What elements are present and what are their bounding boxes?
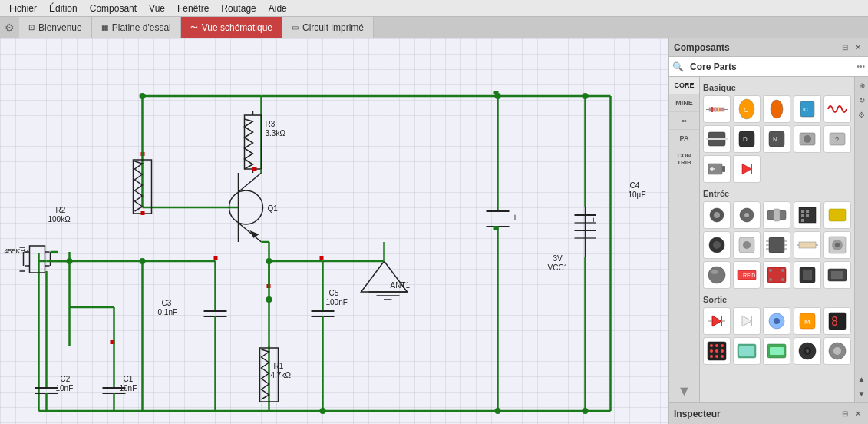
- menu-edition[interactable]: Édition: [43, 2, 84, 15]
- svg-text:4.7kΩ: 4.7kΩ: [271, 371, 292, 379]
- cat-tab-core[interactable]: CORE: [669, 77, 699, 94]
- comp-ic3[interactable]: [763, 231, 790, 259]
- comp-ic-d[interactable]: D: [733, 125, 761, 153]
- settings-btn[interactable]: ⚙: [856, 109, 866, 121]
- comp-resistor3[interactable]: [794, 231, 821, 259]
- comp-dot-matrix[interactable]: [703, 337, 731, 365]
- comp-speaker[interactable]: [794, 125, 821, 153]
- zoom-in-btn[interactable]: ⊕: [857, 80, 866, 91]
- comp-led-small[interactable]: [733, 155, 761, 183]
- comp-speaker3[interactable]: [823, 231, 851, 259]
- svg-text:C1: C1: [124, 375, 134, 383]
- comp-lcd3[interactable]: [733, 337, 761, 365]
- tab-circuit[interactable]: ▭ Circuit imprimé: [282, 17, 374, 38]
- rotate-btn[interactable]: ↻: [857, 94, 866, 106]
- svg-text:?: ?: [835, 136, 839, 144]
- comp-led-red[interactable]: [703, 307, 731, 335]
- comp-inductor[interactable]: [823, 95, 851, 123]
- section-sortie: Sortie: [703, 293, 851, 307]
- scroll-down-btn[interactable]: ▼: [856, 388, 867, 399]
- comp-unknown[interactable]: ?: [823, 125, 851, 153]
- inspector-detach-btn[interactable]: ⊟: [840, 409, 850, 419]
- comp-ic5[interactable]: [823, 261, 851, 289]
- svg-text:455KHz: 455KHz: [5, 247, 30, 255]
- schematic-area[interactable]: R3 3.3kΩ Q1: [0, 38, 668, 424]
- cat-tab-custom[interactable]: ∞: [669, 112, 699, 130]
- comp-battery[interactable]: [703, 155, 731, 183]
- comp-led-white[interactable]: [733, 307, 761, 335]
- comp-yellow-comp[interactable]: [823, 201, 851, 229]
- svg-point-206: [715, 344, 718, 347]
- svg-rect-53: [320, 256, 324, 260]
- svg-text:10µF: 10µF: [629, 190, 646, 199]
- svg-point-163: [713, 241, 721, 249]
- right-panel: Composants ⊟ ✕ 🔍 Core Parts ••• CORE MIN…: [668, 38, 868, 424]
- comp-capacitor-yellow[interactable]: C: [733, 95, 761, 123]
- inspector-controls: ⊟ ✕: [840, 409, 863, 419]
- tab-bienvenue[interactable]: ⊡ Bienvenue: [19, 17, 92, 38]
- svg-point-178: [835, 243, 840, 247]
- svg-rect-144: [722, 166, 725, 172]
- svg-text:RFID: RFID: [743, 273, 755, 278]
- svg-rect-160: [806, 214, 809, 217]
- comp-knob[interactable]: [823, 337, 851, 365]
- more-options-btn[interactable]: •••: [856, 62, 865, 71]
- svg-rect-24: [141, 211, 145, 215]
- comp-display-7seg[interactable]: 8: [823, 307, 851, 335]
- comp-capacitor-orange[interactable]: [763, 95, 790, 123]
- svg-text:VCC1: VCC1: [548, 263, 569, 272]
- menu-vue[interactable]: Vue: [143, 2, 171, 15]
- svg-rect-125: [711, 107, 713, 112]
- svg-point-56: [266, 258, 272, 264]
- comp-motor[interactable]: M: [794, 307, 821, 335]
- menu-fichier[interactable]: Fichier: [3, 2, 43, 15]
- svg-rect-157: [801, 214, 804, 217]
- panel-detach-btn[interactable]: ⊟: [840, 42, 850, 52]
- inspector-close-btn[interactable]: ✕: [853, 409, 863, 419]
- svg-point-220: [806, 349, 809, 353]
- comp-resistor[interactable]: [703, 95, 731, 123]
- svg-point-152: [744, 213, 749, 217]
- tab-platine[interactable]: ▦ Platine d'essai: [92, 17, 181, 38]
- comp-ic-n[interactable]: N: [763, 125, 790, 153]
- menu-composant[interactable]: Composant: [84, 2, 143, 15]
- comp-ic-blue[interactable]: IC: [794, 95, 821, 123]
- panel-close-btn[interactable]: ✕: [853, 42, 863, 52]
- svg-rect-191: [831, 271, 843, 279]
- comp-slider[interactable]: [763, 201, 790, 229]
- comp-mic2[interactable]: [703, 231, 731, 259]
- menu-bar: Fichier Édition Composant Vue Fenêtre Ro…: [0, 0, 868, 17]
- comp-servo[interactable]: [763, 307, 790, 335]
- svg-text:100kΩ: 100kΩ: [48, 215, 71, 224]
- section-basique: Basique: [703, 81, 851, 95]
- comp-pot[interactable]: [703, 201, 731, 229]
- sortie-grid: M 8: [703, 307, 851, 365]
- scroll-up-btn[interactable]: ▲: [856, 373, 867, 385]
- comp-ball[interactable]: [703, 261, 731, 289]
- comp-rotary[interactable]: [733, 201, 761, 229]
- cat-tab-mine[interactable]: MINE: [669, 94, 699, 112]
- comp-ic4[interactable]: [794, 261, 821, 289]
- svg-text:10nF: 10nF: [120, 384, 137, 393]
- svg-rect-173: [799, 242, 816, 248]
- svg-point-199: [774, 318, 780, 324]
- components-title: Composants: [674, 42, 730, 53]
- comp-red-board[interactable]: [763, 261, 790, 289]
- comp-header[interactable]: [794, 201, 821, 229]
- comp-wire[interactable]: [703, 125, 731, 153]
- menu-aide[interactable]: Aide: [262, 2, 293, 15]
- comp-buzzer[interactable]: [794, 337, 821, 365]
- svg-text:3.3kΩ: 3.3kΩ: [266, 129, 286, 137]
- scroll-down-cat[interactable]: ▼: [669, 380, 699, 402]
- cat-tab-pa[interactable]: PA: [669, 130, 699, 147]
- menu-fenetre[interactable]: Fenêtre: [171, 2, 215, 15]
- cat-tab-contrib[interactable]: CONTRIB: [669, 147, 699, 171]
- comp-resistor4[interactable]: RFID: [733, 261, 761, 289]
- comp-lcd4[interactable]: [763, 337, 790, 365]
- svg-point-211: [710, 355, 713, 358]
- svg-marker-14: [250, 230, 259, 238]
- menu-routage[interactable]: Routage: [215, 2, 262, 15]
- svg-text:Q1: Q1: [268, 204, 279, 213]
- comp-tact-sw[interactable]: [733, 231, 761, 259]
- tab-schematique[interactable]: 〜 Vue schématique: [181, 17, 282, 38]
